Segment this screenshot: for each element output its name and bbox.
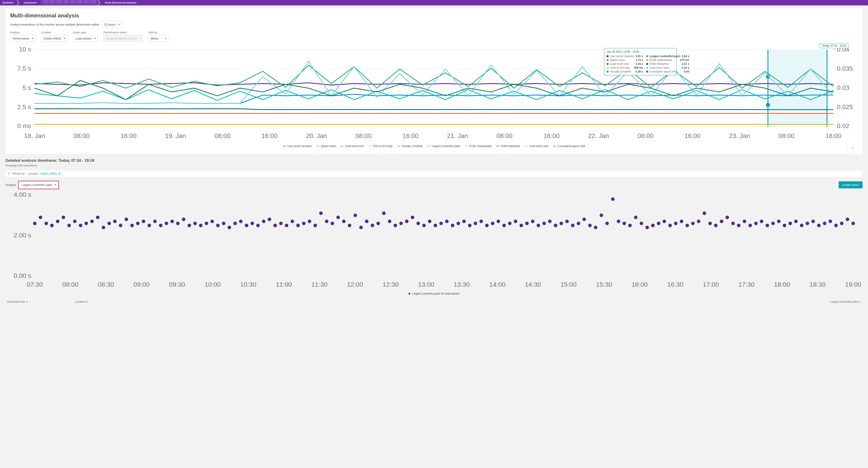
svg-text:08:00: 08:00 bbox=[62, 280, 79, 288]
breadcrumb-root[interactable]: Synthetic bbox=[0, 0, 17, 5]
legend-item[interactable]: Visually complete bbox=[397, 144, 423, 148]
svg-point-192 bbox=[731, 222, 735, 225]
svg-point-134 bbox=[399, 222, 403, 225]
svg-point-212 bbox=[846, 218, 849, 221]
zoom-reset-button[interactable] bbox=[847, 144, 858, 152]
svg-text:18:30: 18:30 bbox=[809, 280, 826, 288]
svg-text:10:00: 10:00 bbox=[205, 280, 221, 288]
legend-item[interactable]: User action duration bbox=[283, 144, 312, 148]
svg-point-168 bbox=[594, 226, 597, 229]
svg-text:2.5 s: 2.5 s bbox=[17, 103, 31, 110]
svg-point-163 bbox=[565, 220, 569, 223]
svg-text:17:30: 17:30 bbox=[738, 280, 754, 288]
svg-text:14:30: 14:30 bbox=[525, 280, 541, 288]
detailed-title: Detailed analysis timeframe: Today, 07:2… bbox=[5, 158, 863, 163]
breadcrumb-monitor[interactable]: easytravel- bbox=[19, 0, 41, 5]
svg-point-210 bbox=[834, 224, 838, 227]
svg-point-96 bbox=[182, 218, 185, 221]
filter-bar[interactable]: Filtered by Location: Dublin (AWS) ✕ bbox=[5, 170, 863, 177]
actiontype-dropdown[interactable]: Load actions bbox=[73, 35, 98, 42]
svg-point-182 bbox=[674, 222, 678, 225]
svg-text:16:30: 16:30 bbox=[667, 280, 683, 288]
svg-text:16:00: 16:00 bbox=[403, 132, 418, 139]
actiontype-label: Action type bbox=[73, 31, 98, 34]
detail-analyze-label: Analyze bbox=[5, 183, 16, 187]
svg-text:18. Jan: 18. Jan bbox=[24, 132, 45, 139]
legend-item[interactable]: Load event end bbox=[340, 144, 364, 148]
svg-point-200 bbox=[777, 220, 781, 223]
svg-point-175 bbox=[634, 215, 638, 219]
svg-text:23. Jan: 23. Jan bbox=[729, 132, 750, 139]
svg-point-107 bbox=[245, 224, 248, 227]
svg-text:08:00: 08:00 bbox=[215, 132, 230, 139]
th-execution-time[interactable]: Execution time ▼ bbox=[7, 300, 75, 303]
svg-point-116 bbox=[296, 224, 300, 227]
analyze-dropdown[interactable]: Performance bbox=[10, 35, 35, 42]
svg-point-98 bbox=[193, 222, 197, 225]
svg-point-157 bbox=[531, 220, 535, 223]
svg-point-132 bbox=[388, 220, 392, 223]
svg-point-213 bbox=[851, 222, 855, 225]
perf-metric-placeholder: All performance metrics bbox=[106, 37, 137, 40]
svg-point-123 bbox=[336, 215, 340, 219]
detail-analyze-value: Largest contentful paint bbox=[22, 183, 52, 187]
svg-point-121 bbox=[325, 220, 329, 223]
overview-chart[interactable]: 0 ms2.5 s5 s7.5 s10 s0.020.0250.030.0350… bbox=[10, 44, 858, 143]
chip-remove-icon[interactable]: ✕ bbox=[58, 172, 60, 175]
svg-text:15:30: 15:30 bbox=[596, 280, 612, 288]
legend-item[interactable]: Cumulative layout shift bbox=[553, 144, 585, 148]
svg-point-162 bbox=[559, 222, 563, 225]
location-value: Dublin (AWS) bbox=[43, 37, 61, 40]
legend-dot-icon bbox=[408, 293, 410, 295]
svg-point-209 bbox=[829, 220, 832, 223]
chevron-right-icon bbox=[17, 0, 19, 5]
svg-point-91 bbox=[153, 220, 157, 223]
svg-point-165 bbox=[577, 222, 580, 225]
create-metric-button[interactable]: Create metric bbox=[839, 181, 863, 188]
svg-text:20. Jan: 20. Jan bbox=[306, 132, 327, 139]
svg-text:16:00: 16:00 bbox=[631, 280, 648, 288]
svg-point-159 bbox=[542, 222, 546, 225]
legend-item[interactable]: DOM interactive bbox=[496, 144, 520, 148]
legend-item[interactable]: Largest contentful paint bbox=[427, 144, 460, 148]
scatter-chart[interactable]: 0.00 s2.00 s4.00 s07:3008:0008:3009:0009… bbox=[5, 192, 863, 291]
svg-point-154 bbox=[514, 220, 518, 223]
chart-legend: User action durationSpeed indexLoad even… bbox=[10, 144, 858, 148]
perf-metric-dropdown: All performance metrics bbox=[103, 35, 143, 42]
splitby-dropdown[interactable]: Metric bbox=[148, 35, 168, 42]
breadcrumb: Synthetic easytravel- Multi-dimensional … bbox=[0, 0, 868, 5]
svg-point-153 bbox=[508, 222, 512, 225]
svg-text:0.025: 0.025 bbox=[837, 103, 853, 110]
svg-text:10:30: 10:30 bbox=[240, 280, 256, 288]
legend-item[interactable]: HTML downloaded bbox=[465, 144, 492, 148]
svg-point-78 bbox=[79, 224, 83, 227]
legend-item[interactable]: Speed index bbox=[316, 144, 336, 148]
th-location[interactable]: Location ⇅ bbox=[75, 300, 120, 303]
svg-point-173 bbox=[622, 222, 626, 225]
svg-point-148 bbox=[479, 220, 483, 223]
svg-point-85 bbox=[119, 224, 123, 227]
svg-text:15:00: 15:00 bbox=[560, 280, 577, 288]
detail-analyze-dropdown[interactable]: Largest contentful paint bbox=[19, 181, 58, 188]
highlight-box: Largest contentful paint bbox=[18, 181, 59, 189]
svg-text:0.035: 0.035 bbox=[837, 65, 853, 72]
svg-point-87 bbox=[130, 224, 134, 227]
svg-point-152 bbox=[502, 224, 506, 227]
legend-item[interactable]: Load event start bbox=[525, 144, 549, 148]
svg-point-70 bbox=[33, 222, 37, 225]
svg-text:08:00: 08:00 bbox=[496, 132, 513, 139]
timeframe-dropdown[interactable]: 12 hours bbox=[101, 21, 122, 28]
svg-point-174 bbox=[628, 224, 632, 227]
svg-point-166 bbox=[583, 218, 586, 221]
chip-value[interactable]: Dublin (AWS) bbox=[40, 172, 57, 175]
svg-point-38 bbox=[851, 147, 853, 149]
location-dropdown[interactable]: Dublin (AWS) bbox=[41, 35, 67, 42]
svg-point-201 bbox=[783, 224, 786, 227]
svg-point-102 bbox=[216, 224, 220, 227]
svg-point-136 bbox=[411, 215, 414, 219]
svg-text:22. Jan: 22. Jan bbox=[588, 132, 609, 139]
chevron-down-icon bbox=[118, 24, 120, 25]
legend-item[interactable]: Time to first byte bbox=[368, 144, 393, 148]
th-lcp[interactable]: Largest contentful paint ⇅ bbox=[830, 300, 861, 303]
svg-point-147 bbox=[474, 222, 477, 225]
